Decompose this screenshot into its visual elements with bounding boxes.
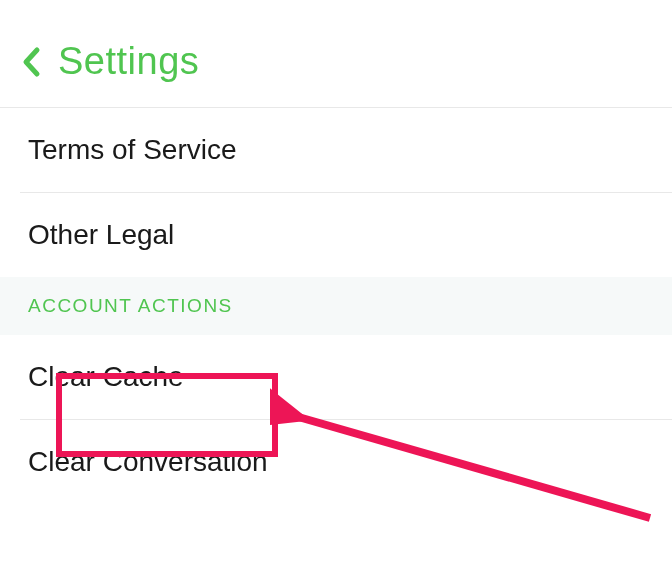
terms-of-service-item[interactable]: Terms of Service	[0, 108, 672, 192]
section-header-label: ACCOUNT ACTIONS	[28, 295, 233, 316]
clear-conversation-item[interactable]: Clear Conversation	[0, 420, 672, 504]
list-item-label: Clear Conversation	[28, 446, 268, 477]
page-title: Settings	[58, 40, 199, 83]
list-item-label: Other Legal	[28, 219, 174, 250]
list-item-label: Clear Cache	[28, 361, 184, 392]
section-header-account-actions: ACCOUNT ACTIONS	[0, 277, 672, 335]
header-bar: Settings	[0, 30, 672, 107]
list-item-label: Terms of Service	[28, 134, 237, 165]
other-legal-item[interactable]: Other Legal	[0, 193, 672, 277]
clear-cache-item[interactable]: Clear Cache	[0, 335, 672, 419]
back-chevron-icon[interactable]	[20, 46, 44, 78]
settings-screen: Settings Terms of Service Other Legal AC…	[0, 0, 672, 576]
